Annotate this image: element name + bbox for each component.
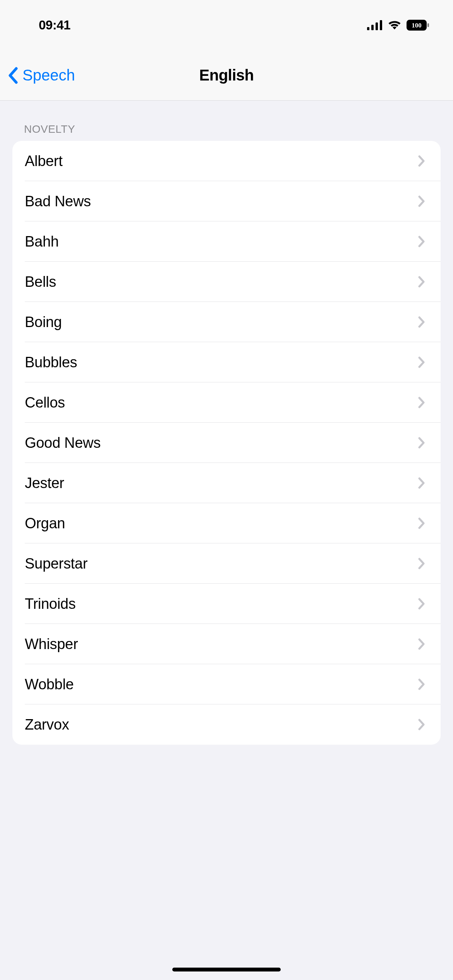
voice-row-trinoids[interactable]: Trinoids — [12, 584, 441, 624]
battery-icon: 100 — [407, 20, 430, 31]
voice-label: Cellos — [25, 394, 65, 411]
svg-rect-1 — [371, 25, 374, 30]
voice-row-albert[interactable]: Albert — [12, 141, 441, 181]
section-header-novelty: NOVELTY — [0, 101, 453, 141]
voice-row-good-news[interactable]: Good News — [12, 423, 441, 463]
chevron-right-icon — [418, 558, 425, 569]
cellular-signal-icon — [367, 20, 383, 30]
voice-label: Superstar — [25, 555, 88, 572]
voice-row-zarvox[interactable]: Zarvox — [12, 704, 441, 745]
voice-row-bad-news[interactable]: Bad News — [12, 181, 441, 221]
status-bar: 09:41 100 — [0, 0, 453, 50]
voice-label: Trinoids — [25, 596, 76, 612]
svg-rect-2 — [376, 22, 378, 30]
voice-row-bells[interactable]: Bells — [12, 262, 441, 302]
back-button[interactable]: Speech — [8, 67, 75, 84]
voice-label: Bells — [25, 274, 56, 290]
voice-row-jester[interactable]: Jester — [12, 463, 441, 503]
wifi-icon — [387, 20, 402, 30]
voice-row-superstar[interactable]: Superstar — [12, 543, 441, 584]
chevron-right-icon — [418, 638, 425, 650]
home-indicator[interactable] — [172, 968, 281, 971]
battery-level-text: 100 — [412, 22, 422, 29]
voice-label: Whisper — [25, 636, 78, 653]
voice-list: Albert Bad News Bahh Bells Boing — [12, 141, 441, 745]
svg-rect-5 — [427, 23, 429, 27]
chevron-left-icon — [8, 67, 19, 84]
svg-rect-3 — [380, 20, 382, 30]
chevron-right-icon — [418, 195, 425, 207]
chevron-right-icon — [418, 477, 425, 489]
chevron-right-icon — [418, 678, 425, 690]
voice-row-whisper[interactable]: Whisper — [12, 624, 441, 664]
chevron-right-icon — [418, 598, 425, 610]
chevron-right-icon — [418, 719, 425, 730]
voice-label: Jester — [25, 475, 64, 492]
voice-row-boing[interactable]: Boing — [12, 302, 441, 342]
voice-label: Bubbles — [25, 354, 77, 371]
voice-label: Boing — [25, 314, 62, 331]
svg-rect-0 — [367, 27, 369, 30]
chevron-right-icon — [418, 276, 425, 288]
status-icons: 100 — [367, 20, 430, 31]
chevron-right-icon — [418, 437, 425, 449]
voice-row-bubbles[interactable]: Bubbles — [12, 342, 441, 382]
voice-row-organ[interactable]: Organ — [12, 503, 441, 543]
navigation-bar: Speech English — [0, 50, 453, 101]
voice-label: Bahh — [25, 233, 59, 250]
voice-label: Zarvox — [25, 716, 69, 733]
status-time: 09:41 — [39, 18, 70, 33]
page-title: English — [199, 67, 254, 84]
chevron-right-icon — [418, 316, 425, 328]
voice-row-bahh[interactable]: Bahh — [12, 221, 441, 262]
chevron-right-icon — [418, 155, 425, 167]
chevron-right-icon — [418, 397, 425, 408]
back-label: Speech — [22, 67, 75, 84]
content-area: NOVELTY Albert Bad News Bahh Bells — [0, 101, 453, 768]
voice-row-cellos[interactable]: Cellos — [12, 382, 441, 423]
chevron-right-icon — [418, 517, 425, 529]
voice-label: Wobble — [25, 676, 74, 693]
voice-row-wobble[interactable]: Wobble — [12, 664, 441, 704]
voice-label: Albert — [25, 153, 62, 170]
voice-label: Good News — [25, 435, 101, 451]
voice-label: Bad News — [25, 193, 91, 210]
chevron-right-icon — [418, 356, 425, 368]
voice-label: Organ — [25, 515, 65, 532]
chevron-right-icon — [418, 236, 425, 247]
